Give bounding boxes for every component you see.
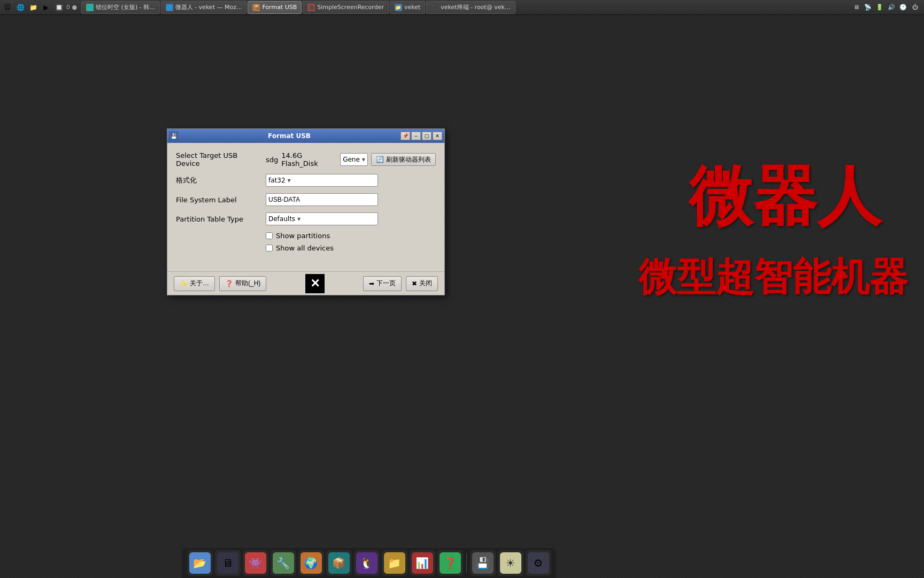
app-icon-1[interactable]: 🔲: [53, 2, 64, 13]
tab-2[interactable]: 🌐 微器人 - veket — Moz...: [161, 1, 247, 14]
show-partitions-label: Show partitions: [276, 232, 330, 240]
dock-icon-11[interactable]: 💾: [470, 550, 496, 576]
taskbar-right: 🖥 📡 🔋 🔊 🕐 ⏻: [847, 3, 924, 12]
dock-icon-6[interactable]: 📦: [326, 550, 352, 576]
filesystem-input[interactable]: [266, 193, 378, 206]
format-controls: fat32 ▼: [266, 174, 436, 187]
dock-separator: [466, 553, 467, 573]
dock-icon-2[interactable]: 🖥: [215, 550, 241, 576]
dialog-footer: ✨ 关于… ❓ 帮助(_H) ✕ ➡ 下一页 ✖ 关闭: [167, 271, 444, 295]
dock-icon-settings[interactable]: ⚙: [526, 550, 551, 576]
partition-type-row: Partition Table Type Defaults ▼: [176, 212, 436, 225]
dock-icon-4[interactable]: 🔧: [271, 550, 296, 576]
dock-icon-3[interactable]: 👾: [243, 550, 268, 576]
dock-icon-10[interactable]: ❓: [437, 550, 463, 576]
show-all-devices-row: Show all devices: [266, 244, 436, 252]
minimize-button[interactable]: −: [411, 132, 421, 140]
tab-6-icon: ⬛: [431, 4, 438, 11]
format-usb-dialog: 💾 Format USB 📌 − □ ✕ Select Target USB D…: [167, 128, 445, 295]
tab-1-label: 错位时空 (女版) - 韩...: [96, 3, 155, 11]
about-button[interactable]: ✨ 关于…: [174, 276, 215, 291]
tray-network[interactable]: 📡: [863, 3, 873, 12]
tab-6[interactable]: ⬛ veket终端 - root@ vek…: [426, 1, 515, 14]
desktop-text-sub: 微型超智能机器: [638, 252, 908, 303]
xubuntu-icon[interactable]: ✕: [305, 274, 325, 293]
taskbar-bottom: 📂 🖥 👾 🔧 🌍 📦 🐧 📁 📊 ❓ 💾 ☀ ⚙: [182, 548, 556, 578]
device-type-dropdown[interactable]: Gene ▼: [340, 153, 368, 166]
device-row: Select Target USB Device sdg 14.6G Flash…: [176, 151, 436, 168]
close-dialog-icon: ✖: [412, 280, 417, 287]
partition-type-arrow: ▼: [297, 217, 301, 222]
dock-icon-brightness[interactable]: ☀: [498, 550, 523, 576]
show-partitions-checkbox[interactable]: [266, 232, 273, 239]
dock-icon-5[interactable]: 🌍: [298, 550, 324, 576]
maximize-button[interactable]: □: [422, 132, 432, 140]
format-label: 格式化: [176, 176, 261, 185]
partition-type-dropdown[interactable]: Defaults ▼: [266, 212, 378, 225]
tab-1[interactable]: 🌐 错位时空 (女版) - 韩...: [81, 1, 160, 14]
filesystem-label: File System Label: [176, 196, 261, 204]
help-button[interactable]: ❓ 帮助(_H): [219, 276, 266, 291]
show-all-devices-label: Show all devices: [276, 244, 334, 252]
next-button[interactable]: ➡ 下一页: [363, 276, 402, 291]
tab-5[interactable]: 📁 veket: [390, 1, 425, 14]
device-size: 14.6G Flash_Disk: [281, 151, 337, 168]
xubuntu-logo: ✕: [305, 274, 325, 293]
close-dialog-label: 关闭: [419, 279, 432, 288]
folder-icon[interactable]: 📁: [28, 2, 38, 13]
show-all-devices-checkbox[interactable]: [266, 245, 273, 252]
format-arrow: ▼: [288, 178, 291, 183]
dialog-controls: 📌 − □ ✕: [401, 132, 442, 140]
device-type-arrow: ▼: [362, 157, 365, 162]
tray-monitor[interactable]: 🖥: [851, 3, 861, 12]
tray-battery[interactable]: 🔋: [875, 3, 884, 12]
close-dialog-button[interactable]: ✖ 关闭: [406, 276, 438, 291]
device-controls: sdg 14.6G Flash_Disk Gene ▼ 🔄 刷新驱动器列表: [266, 151, 436, 168]
dialog-title: Format USB: [180, 132, 398, 140]
tab-4-icon: 🎥: [307, 4, 315, 11]
arrow-icon[interactable]: ▶: [41, 2, 51, 13]
tray-volume[interactable]: 🔊: [887, 3, 896, 12]
next-icon: ➡: [369, 280, 374, 287]
dock-icon-8[interactable]: 📁: [382, 550, 407, 576]
device-type-value: Gene: [343, 156, 360, 163]
device-id: sdg: [266, 156, 278, 164]
taskbar-tabs: 🌐 错位时空 (女版) - 韩... 🌐 微器人 - veket — Moz..…: [79, 1, 847, 14]
title-pin-button[interactable]: 📌: [401, 132, 410, 140]
dialog-title-icon: 💾: [170, 132, 178, 140]
dock-icon-1[interactable]: 📂: [187, 550, 213, 576]
dock-icon-9[interactable]: 📊: [410, 550, 435, 576]
show-partitions-row: Show partitions: [266, 232, 436, 240]
next-label: 下一页: [376, 279, 396, 288]
tab-5-label: veket: [404, 4, 420, 11]
tab-1-icon: 🌐: [86, 4, 94, 11]
format-row: 格式化 fat32 ▼: [176, 174, 436, 187]
start-icon[interactable]: 🐭: [2, 2, 13, 13]
browser-icon[interactable]: 🌐: [15, 2, 26, 13]
filesystem-controls: [266, 193, 436, 206]
refresh-button[interactable]: 🔄 刷新驱动器列表: [371, 153, 436, 166]
tab-2-label: 微器人 - veket — Moz...: [175, 3, 242, 11]
dock-icon-7[interactable]: 🐧: [354, 550, 380, 576]
partition-type-value: Defaults: [268, 215, 295, 223]
tab-3[interactable]: 📦 Format USB: [248, 1, 302, 14]
close-button[interactable]: ✕: [433, 132, 442, 140]
tab-6-label: veket终端 - root@ vek…: [441, 3, 511, 11]
tab-4-label: SimpleScreenRecorder: [317, 4, 384, 11]
counter: 0 ●: [66, 4, 77, 11]
tab-4[interactable]: 🎥 SimpleScreenRecorder: [303, 1, 389, 14]
format-dropdown[interactable]: fat32 ▼: [266, 174, 378, 187]
about-label: 关于…: [190, 279, 209, 288]
desktop-text-main: 微器人: [689, 161, 881, 231]
partition-type-label: Partition Table Type: [176, 215, 261, 223]
taskbar-top: 🐭 🌐 📁 ▶ 🔲 0 ● 🌐 错位时空 (女版) - 韩... 🌐 微器人 -…: [0, 0, 924, 15]
dialog-content: Select Target USB Device sdg 14.6G Flash…: [167, 143, 444, 271]
help-icon: ❓: [225, 280, 233, 287]
tab-2-icon: 🌐: [166, 4, 173, 11]
tab-3-label: Format USB: [262, 4, 297, 11]
refresh-icon: 🔄: [376, 156, 384, 163]
tray-power[interactable]: ⏻: [910, 3, 920, 12]
tray-clock[interactable]: 🕐: [898, 3, 908, 12]
refresh-label: 刷新驱动器列表: [386, 155, 431, 164]
help-label: 帮助(_H): [235, 279, 260, 288]
